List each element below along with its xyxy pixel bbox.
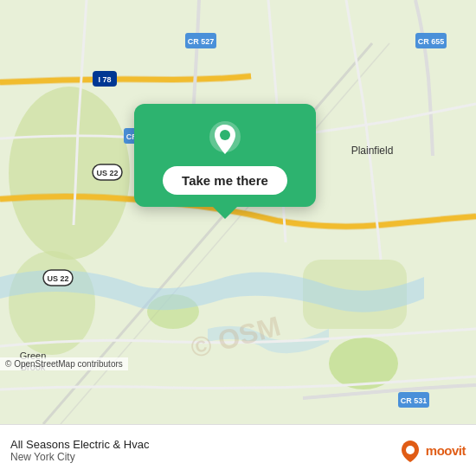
moovit-pin-icon <box>398 439 422 463</box>
business-location: New York City <box>10 451 398 463</box>
svg-point-27 <box>220 130 230 140</box>
osm-attribution: © OpenStreetMap contributors <box>0 357 128 370</box>
svg-text:CR 655: CR 655 <box>418 37 445 46</box>
svg-text:US 22: US 22 <box>47 274 68 283</box>
bottom-bar: All Seasons Electric & Hvac New York Cit… <box>0 424 476 476</box>
moovit-logo: moovit <box>398 439 466 463</box>
business-name: All Seasons Electric & Hvac <box>10 438 398 451</box>
svg-point-4 <box>9 251 95 355</box>
location-pin-icon <box>206 119 244 158</box>
svg-text:US 22: US 22 <box>96 169 118 177</box>
svg-text:CR 527: CR 527 <box>188 37 215 46</box>
map-container: I 78 CR 527 CR 655 US 22 US 22 CR 531 CR… <box>0 0 476 424</box>
svg-text:Plainfield: Plainfield <box>351 145 394 157</box>
business-info: All Seasons Electric & Hvac New York Cit… <box>10 438 398 463</box>
moovit-text: moovit <box>426 443 466 458</box>
popup-card: Take me there <box>134 104 316 207</box>
svg-text:I 78: I 78 <box>98 75 111 84</box>
svg-text:CR 531: CR 531 <box>401 396 428 405</box>
svg-point-28 <box>406 446 415 454</box>
take-me-there-button[interactable]: Take me there <box>163 166 287 195</box>
